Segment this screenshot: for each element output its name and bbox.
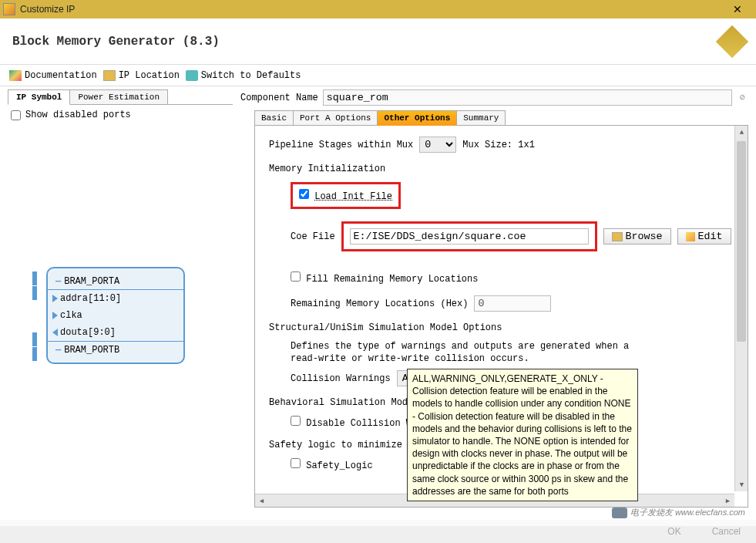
- titlebar: Customize IP ✕: [0, 0, 756, 19]
- memory-init-legend: Memory Initialization: [269, 164, 734, 174]
- edit-label: Edit: [698, 231, 723, 242]
- load-init-file-label: Load Init File: [314, 191, 392, 202]
- show-disabled-ports-label: Show disabled ports: [25, 110, 131, 120]
- coe-file-input[interactable]: [350, 228, 589, 245]
- bram-portb-label: BRAM_PORTB: [64, 345, 119, 356]
- scroll-right-icon[interactable]: ▶: [721, 494, 734, 508]
- tab-ip-symbol[interactable]: IP Symbol: [8, 89, 70, 105]
- structural-legend: Structural/UniSim Simulation Model Optio…: [269, 322, 734, 333]
- edit-button[interactable]: Edit: [677, 228, 731, 245]
- bram-porta-label: BRAM_PORTA: [64, 276, 119, 287]
- vertical-scrollbar[interactable]: ▲ ▼: [734, 126, 748, 491]
- pipeline-row: Pipeline Stages within Mux 0 Mux Size: 1…: [269, 137, 734, 153]
- remaining-locations-label: Remaining Memory Locations (Hex): [291, 298, 468, 309]
- port-douta: douta[9:0]: [48, 324, 183, 341]
- documentation-link[interactable]: Documentation: [9, 70, 97, 81]
- config-tab-strip: Basic Port A Options Other Options Summa…: [254, 110, 748, 126]
- remaining-locations-input: [474, 295, 551, 312]
- window-icon: [3, 3, 15, 15]
- safety-logic-checkbox[interactable]: Safety_Logic: [291, 460, 373, 471]
- structural-desc-2: read-write or write-write collision occu…: [291, 353, 734, 364]
- safety-logic-input[interactable]: [291, 458, 301, 468]
- folder-icon: [612, 232, 623, 241]
- show-disabled-ports-checkbox[interactable]: Show disabled ports: [11, 110, 233, 120]
- minus-icon: —: [55, 345, 61, 356]
- clka-label: clka: [60, 310, 82, 321]
- left-panel: IP Symbol Power Estimation Show disabled…: [0, 86, 240, 526]
- watermark: 电子发烧友 www.elecfans.com: [612, 507, 745, 518]
- watermark-text: 电子发烧友 www.elecfans.com: [630, 507, 745, 518]
- pipeline-select[interactable]: 0: [419, 137, 456, 153]
- component-name-label: Component Name: [240, 93, 318, 103]
- load-init-file-input[interactable]: [299, 189, 309, 199]
- ip-location-label: IP Location: [119, 70, 180, 81]
- scrollbar-thumb[interactable]: [737, 141, 746, 342]
- page-title: Block Memory Generator (8.3): [12, 35, 721, 49]
- arrow-left-icon: [52, 329, 58, 336]
- header: Block Memory Generator (8.3): [0, 19, 756, 65]
- tab-summary[interactable]: Summary: [456, 110, 506, 125]
- window-title: Customize IP: [20, 4, 722, 15]
- fill-remaining-checkbox[interactable]: Fill Remaining Memory Locations: [291, 274, 478, 285]
- remaining-locations-row: Remaining Memory Locations (Hex): [291, 295, 734, 312]
- browse-label: Browse: [626, 231, 663, 242]
- switch-icon: [186, 70, 198, 81]
- fill-remaining-input[interactable]: [291, 272, 301, 282]
- switch-defaults-link[interactable]: Switch to Defaults: [186, 70, 301, 81]
- fill-remaining-label: Fill Remaining Memory Locations: [306, 274, 478, 285]
- pencil-icon: [686, 232, 695, 241]
- addra-label: addra[11:0]: [60, 293, 121, 304]
- douta-label: douta[9:0]: [60, 327, 116, 338]
- close-button[interactable]: ✕: [722, 2, 753, 17]
- folder-icon: [103, 70, 116, 81]
- minus-icon: —: [55, 276, 61, 287]
- switch-defaults-label: Switch to Defaults: [201, 70, 301, 81]
- coe-file-row: Coe File Browse Edit: [291, 221, 734, 251]
- disable-collision-input[interactable]: [291, 416, 301, 426]
- load-init-highlight: Load Init File: [291, 182, 401, 209]
- dialog-button-bar: OK Cancel: [0, 520, 756, 543]
- tab-power-estimation[interactable]: Power Estimation: [69, 89, 168, 104]
- safety-logic-label: Safety_Logic: [306, 460, 372, 471]
- arrow-right-icon: [52, 295, 58, 302]
- bram-porta-header: — BRAM_PORTA: [48, 273, 183, 290]
- coe-file-label: Coe File: [291, 231, 335, 242]
- left-tab-strip: IP Symbol Power Estimation: [8, 89, 233, 105]
- pipeline-label: Pipeline Stages within Mux: [269, 140, 413, 150]
- book-icon: [9, 70, 22, 81]
- mux-size-label: Mux Size: 1x1: [462, 140, 535, 150]
- collision-warnings-label: Collision Warnings: [291, 373, 391, 384]
- scroll-left-icon[interactable]: ◀: [255, 494, 268, 508]
- port-addra: addra[11:0]: [48, 290, 183, 307]
- ip-symbol-diagram: — BRAM_PORTA addra[11:0] clka douta[9:0]: [46, 267, 233, 364]
- tab-port-a-options[interactable]: Port A Options: [293, 110, 378, 125]
- scroll-down-icon[interactable]: ▼: [735, 478, 748, 491]
- bram-portb-header: — BRAM_PORTB: [48, 341, 183, 358]
- tab-basic[interactable]: Basic: [254, 110, 294, 125]
- ok-button[interactable]: OK: [667, 526, 680, 537]
- component-name-input[interactable]: [323, 89, 732, 106]
- cancel-button[interactable]: Cancel: [712, 526, 741, 537]
- tab-other-options[interactable]: Other Options: [377, 110, 457, 126]
- vendor-logo-icon: [716, 25, 748, 57]
- component-name-row: Component Name ⊘: [240, 89, 748, 106]
- documentation-label: Documentation: [25, 70, 97, 81]
- load-init-file-checkbox[interactable]: Load Init File: [299, 191, 392, 202]
- clear-icon[interactable]: ⊘: [737, 92, 748, 103]
- browse-button[interactable]: Browse: [603, 228, 671, 245]
- ip-location-link[interactable]: IP Location: [103, 70, 180, 81]
- structural-desc-1: Defines the type of warnings and outputs…: [291, 341, 734, 352]
- scroll-up-icon[interactable]: ▲: [735, 126, 748, 139]
- show-disabled-ports-input[interactable]: [11, 110, 21, 120]
- arrow-right-icon: [52, 312, 58, 319]
- coe-file-highlight: [341, 221, 597, 251]
- main-area: IP Symbol Power Estimation Show disabled…: [0, 86, 756, 526]
- toolbar: Documentation IP Location Switch to Defa…: [0, 65, 756, 86]
- collision-tooltip: ALL,WARNING_ONLY,GENERATE_X_ONLY - Colli…: [407, 369, 638, 501]
- watermark-icon: [612, 508, 627, 518]
- port-clka: clka: [48, 307, 183, 324]
